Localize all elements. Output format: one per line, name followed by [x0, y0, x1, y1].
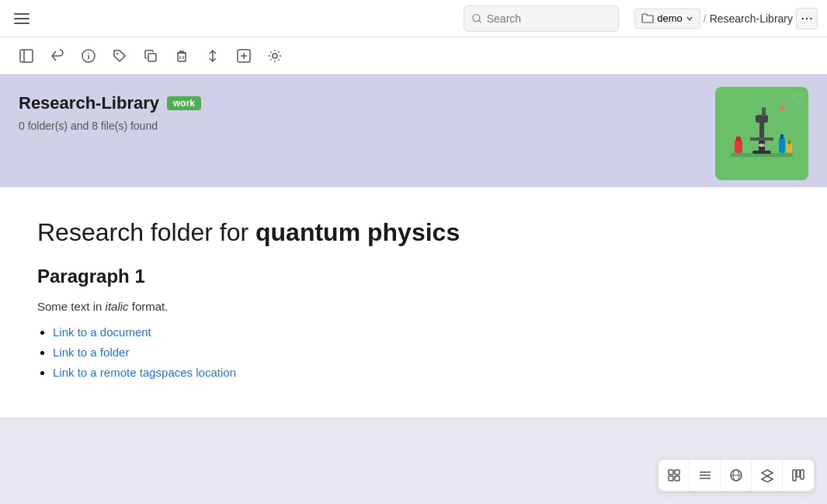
main-content: Research folder for quantum physics Para… [0, 187, 827, 417]
library-subtitle: 0 folder(s) and 8 file(s) found [19, 120, 808, 132]
svg-rect-2 [14, 23, 30, 24]
svg-marker-46 [762, 470, 773, 476]
tag-icon [112, 48, 127, 64]
link-document[interactable]: Link to a document [53, 325, 151, 339]
add-icon [236, 48, 252, 64]
svg-rect-29 [735, 140, 742, 153]
menu-button[interactable] [9, 6, 34, 31]
svg-point-9 [88, 52, 89, 54]
breadcrumb-more-button[interactable]: ⋯ [796, 8, 818, 30]
content-title-prefix: Research folder for [37, 218, 255, 246]
svg-point-3 [473, 14, 480, 21]
grid-view-button[interactable] [658, 460, 690, 491]
text-suffix: format. [132, 300, 169, 313]
sort-icon [205, 48, 221, 64]
svg-marker-47 [762, 476, 773, 482]
svg-rect-38 [669, 476, 673, 481]
info-icon [81, 48, 96, 64]
search-icon [472, 13, 482, 24]
library-title: Research-Library [19, 93, 159, 113]
menu-icon [14, 11, 30, 26]
text-italic: italic [106, 300, 129, 313]
svg-rect-11 [148, 54, 156, 61]
return-icon [50, 48, 65, 64]
heart-icon: ♡ [793, 92, 804, 106]
grid-view-icon [667, 468, 681, 482]
copy-button[interactable] [137, 42, 165, 70]
kanban-view-button[interactable] [783, 460, 814, 491]
content-title: Research folder for quantum physics [37, 218, 790, 247]
map-view-icon [760, 468, 774, 482]
svg-rect-30 [736, 137, 741, 141]
globe-view-icon [729, 468, 743, 482]
delete-icon [174, 48, 189, 64]
text-prefix: Some text in [37, 300, 106, 313]
workspace-label: demo [657, 12, 683, 24]
svg-text:♥: ♥ [779, 102, 785, 114]
return-button[interactable] [43, 42, 71, 70]
map-view-button[interactable] [752, 460, 783, 491]
tag-button[interactable] [106, 42, 134, 70]
settings-button[interactable] [261, 42, 289, 70]
svg-rect-50 [801, 470, 804, 479]
svg-rect-49 [797, 470, 800, 477]
list-view-button[interactable] [690, 460, 721, 491]
library-title-row: Research-Library work [19, 93, 808, 113]
microscope-illustration: ♥ [723, 95, 801, 172]
sort-button[interactable] [199, 42, 227, 70]
list-item: Link to a remote tagspaces location [53, 366, 790, 380]
work-badge: work [167, 96, 201, 110]
svg-rect-24 [756, 115, 768, 123]
toolbar [0, 37, 827, 75]
content-paragraph: Some text in italic format. [37, 300, 790, 313]
kanban-view-icon [791, 468, 805, 482]
header-area: Research-Library work 0 folder(s) and 8 … [0, 75, 827, 187]
breadcrumb-separator: / [704, 12, 707, 25]
svg-rect-48 [793, 470, 796, 481]
folder-icon [641, 12, 654, 25]
header-thumbnail: ♡ [715, 87, 808, 180]
svg-rect-31 [779, 137, 785, 153]
svg-rect-36 [669, 470, 673, 474]
list-view-icon [698, 468, 712, 482]
link-folder[interactable]: Link to a folder [53, 346, 129, 359]
search-input[interactable] [487, 12, 610, 25]
search-bar[interactable] [464, 5, 619, 32]
content-links: Link to a document Link to a folder Link… [37, 325, 790, 380]
more-icon: ⋯ [801, 11, 813, 26]
chevron-down-icon [686, 15, 693, 23]
top-nav: demo / Research-Library ⋯ [0, 0, 827, 37]
svg-rect-39 [675, 476, 679, 481]
delete-button[interactable] [168, 42, 196, 70]
add-button[interactable] [230, 42, 258, 70]
copy-icon [143, 48, 158, 64]
info-button[interactable] [75, 42, 103, 70]
svg-rect-12 [178, 53, 186, 61]
breadcrumb: demo / Research-Library ⋯ [634, 8, 818, 30]
globe-view-button[interactable] [721, 460, 752, 491]
list-item: Link to a folder [53, 346, 790, 360]
svg-rect-34 [788, 141, 791, 144]
list-item: Link to a document [53, 325, 790, 339]
toggle-panel-icon [19, 48, 34, 64]
view-toolbar [658, 459, 815, 492]
header-info: Research-Library work 0 folder(s) and 8 … [19, 93, 808, 132]
link-remote[interactable]: Link to a remote tagspaces location [53, 366, 236, 379]
svg-rect-0 [14, 13, 30, 15]
breadcrumb-current: Research-Library [710, 12, 793, 25]
svg-point-28 [759, 144, 765, 147]
svg-point-10 [116, 52, 118, 54]
svg-point-19 [273, 54, 277, 58]
toggle-panel-button[interactable] [12, 42, 40, 70]
svg-rect-5 [20, 50, 33, 62]
svg-rect-1 [14, 18, 30, 19]
svg-rect-25 [762, 107, 766, 116]
svg-rect-37 [675, 470, 679, 474]
content-heading: Paragraph 1 [37, 266, 790, 287]
workspace-folder-button[interactable]: demo [634, 9, 700, 29]
settings-icon [267, 48, 283, 64]
svg-rect-32 [780, 134, 784, 139]
svg-rect-27 [750, 137, 773, 141]
content-title-bold: quantum physics [255, 218, 460, 246]
svg-line-4 [479, 20, 481, 23]
